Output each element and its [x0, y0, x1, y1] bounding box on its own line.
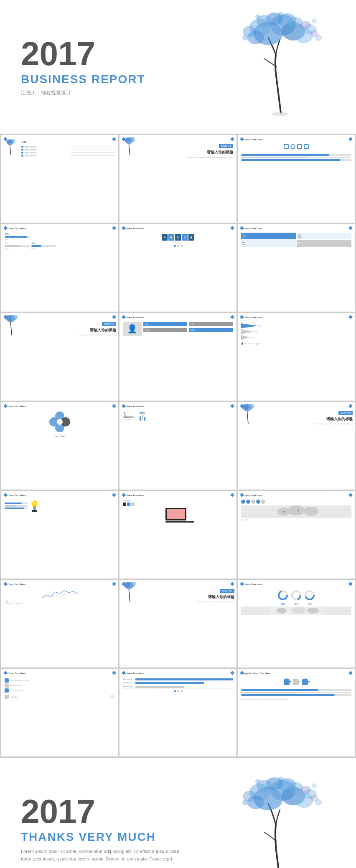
part02-heading: 请输入你的标题: [79, 327, 116, 333]
toc-label: 目录: [21, 140, 115, 144]
svg-point-40: [123, 582, 130, 588]
svg-point-19: [272, 112, 288, 116]
mini-tree-12: [240, 404, 257, 425]
thumb-14-laptop[interactable]: Int Your Text Here Features:: [120, 491, 236, 579]
corner-icon: [230, 137, 234, 141]
thumb-11-person[interactable]: Int Your Text Here 🚶 BUSINESS Lorem text…: [120, 402, 236, 490]
thumb-15-circles-map[interactable]: Int Your Text Here 1.4k 42: [238, 491, 355, 579]
thumb-10-flower[interactable]: Int Your Text Here 70% · 30%: [1, 402, 118, 490]
laptop-icon: [165, 508, 186, 520]
thumb8-title: Int Your Text Here: [123, 316, 233, 319]
thumb15-title: Int Your Text Here: [241, 494, 351, 497]
thumb19-title: Int Your Text Here: [5, 672, 115, 675]
svg-rect-57: [302, 679, 308, 685]
svg-rect-56: [299, 681, 300, 683]
thumb14-title: Int Your Text Here: [123, 494, 233, 497]
mini-tree: [5, 139, 17, 156]
thumb16-title: Int Your Text Here: [5, 583, 115, 586]
part04-tag: PART 04: [220, 589, 234, 593]
thumb-13-bulb[interactable]: Int Your Text Here 💡: [1, 491, 118, 579]
thumb-20-bar-table[interactable]: Int Your Text Here Year for fig Year for…: [120, 669, 236, 756]
letter-a: A: [162, 234, 168, 241]
svg-point-69: [288, 782, 303, 794]
mini-tree-2: [123, 137, 137, 156]
puzzle-3: [301, 678, 310, 687]
svg-point-72: [301, 786, 311, 794]
svg-point-36: [283, 511, 285, 513]
thumb-3-icons[interactable]: Int Your Text Here icon icon icon icon: [238, 135, 355, 223]
svg-point-14: [242, 35, 248, 41]
corner-icon: [112, 315, 116, 319]
thumb5-title: Int Your Text Here: [123, 227, 233, 230]
svg-rect-58: [305, 678, 306, 680]
puzzle-2: [292, 678, 300, 687]
svg-rect-54: [293, 679, 299, 685]
end-body: Lorem ipsum dolor sit amet, consectetur …: [21, 848, 180, 863]
thumb-1-toc[interactable]: 目录 请输入你的标题 请输入你的标题 请输入你的标题 请输入你的标题: [1, 135, 118, 223]
svg-point-28: [5, 315, 12, 321]
thumb-5-letters[interactable]: Int Your Text Here A B C D E Part 标签: [120, 224, 236, 312]
thumb21-title: Single Int Your Text Here: [241, 672, 351, 675]
thumb13-title: Int Your Text Here: [5, 494, 115, 497]
thumb6-title: Int Your Text Here: [241, 227, 351, 230]
cover-tree-illustration: [222, 4, 339, 121]
svg-point-17: [255, 14, 260, 19]
svg-point-31: [242, 404, 248, 410]
part03-heading: 请输入你的标题: [315, 416, 353, 422]
thumb-18-gauge[interactable]: Int Your Text Here 95% 45%: [238, 580, 355, 667]
line-chart-svg: [5, 589, 115, 599]
thumb-17-part04[interactable]: PART 04 请输入你的标题 Lorem ipsum dolor sit am…: [120, 580, 236, 667]
part01-body: Lorem ipsum dolor sit amet consectetur a…: [186, 156, 233, 159]
svg-point-75: [315, 799, 322, 806]
thumb4-title: Int Your Text Here: [5, 227, 115, 230]
svg-point-77: [255, 779, 260, 784]
thumb3-title: Int Your Text Here: [241, 138, 351, 141]
part03-tag: PART 03: [338, 411, 353, 415]
thumb-6-boxes[interactable]: Int Your Text Here TopicText ChartData I…: [238, 224, 355, 312]
end-tree-illustration: [222, 762, 339, 868]
corner-icon: [348, 404, 353, 408]
thumb11-title: Int Your Text Here: [123, 405, 233, 408]
part01-heading: 请输入你的标题: [186, 150, 233, 155]
svg-rect-51: [284, 679, 290, 685]
mini-tree-7: [3, 315, 20, 336]
svg-point-37: [298, 510, 299, 511]
gear-icon: ⚙: [109, 693, 115, 700]
thumb9-title: Int Your Text Here: [241, 316, 351, 319]
thumb-21-puzzle[interactable]: Single Int Your Text Here L: [238, 669, 355, 756]
part01-tag: PART 01: [219, 144, 233, 148]
svg-rect-52: [286, 678, 288, 680]
svg-rect-55: [295, 678, 297, 680]
thumb-9-triangles[interactable]: Int Your Text Here 40% 30% 20% 📱 icon 💡 …: [238, 313, 355, 401]
svg-point-22: [6, 140, 11, 144]
svg-point-34: [288, 505, 305, 515]
letter-c: C: [175, 234, 181, 241]
thumb20-title: Int Your Text Here: [123, 672, 233, 675]
svg-point-9: [288, 17, 303, 29]
thumb-12-part03[interactable]: PART 03 请输入你的标题 Lorem ipsum dolor sit am…: [238, 402, 355, 490]
thumb-16-line-chart[interactable]: Int Your Text Here 14% 6% Category A Cat…: [1, 580, 118, 667]
puzzle-1: [283, 678, 291, 687]
svg-point-16: [278, 12, 284, 18]
thumbnails-grid: 目录 请输入你的标题 请输入你的标题 请输入你的标题 请输入你的标题 PART …: [0, 134, 356, 758]
cover-slide: 2017 BUSINESS REPORT 汇报人：锦程视觉设计: [0, 0, 356, 134]
svg-point-48: [277, 608, 287, 614]
end-slide: 2017 THANKS VERY MUCH Lorem ipsum dolor …: [0, 758, 356, 868]
svg-rect-59: [308, 681, 310, 683]
part02-tag: PART 02: [102, 322, 116, 326]
thumb-2-part01[interactable]: PART 01 请输入你的标题 Lorem ipsum dolor sit am…: [120, 135, 236, 223]
svg-point-50: [307, 608, 319, 614]
thumb-19-digital[interactable]: Int Your Text Here Learn with Digital Co…: [1, 669, 118, 756]
letter-b: B: [168, 234, 174, 241]
svg-point-49: [291, 607, 306, 614]
svg-point-18: [312, 18, 317, 23]
thumb-8-image-grid[interactable]: Int Your Text Here 👤 Item Info Data 90%: [120, 313, 236, 401]
thumb-7-part02[interactable]: PART 02 请输入你的标题 Lorem ipsum dolor sit am…: [1, 313, 118, 401]
svg-point-15: [315, 34, 322, 41]
map-placeholder: [241, 505, 351, 518]
letter-d: D: [182, 234, 188, 241]
mini-tree-17: [122, 582, 138, 603]
svg-point-76: [278, 777, 284, 782]
svg-point-12: [301, 21, 311, 29]
thumb-4-data[interactable]: Int Your Text Here 90% Item 1 60% Item 2…: [1, 224, 118, 312]
